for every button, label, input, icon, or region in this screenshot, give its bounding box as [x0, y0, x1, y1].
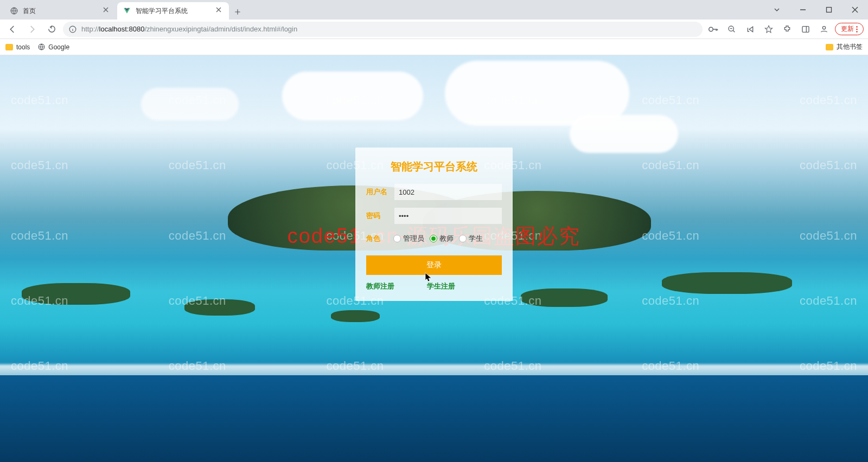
watermark-text: code51.cn [169, 158, 226, 172]
register-links: 教师注册 学生注册 [366, 281, 502, 291]
watermark-text: code51.cn [169, 229, 226, 243]
side-panel-icon[interactable] [798, 22, 813, 37]
watermark-text: code51.cn [11, 294, 68, 308]
watermark-text: code51.cn [642, 158, 699, 172]
password-key-icon[interactable] [706, 22, 721, 37]
bookmark-star-icon[interactable] [761, 22, 776, 37]
omnibox[interactable]: http://localhost:8080/zhinengxuexipingta… [63, 22, 703, 37]
tab-app[interactable]: 智能学习平台系统 [117, 2, 229, 20]
maximize-button[interactable] [816, 0, 842, 20]
watermark-text: code51.cn [169, 294, 226, 308]
bookmark-label: 其他书签 [837, 42, 863, 52]
bookmark-google[interactable]: Google [37, 43, 69, 51]
radio-icon [459, 235, 467, 242]
zoom-icon[interactable] [724, 22, 739, 37]
watermark-text: code51.cn [642, 294, 699, 308]
role-text: 学生 [469, 234, 483, 243]
password-label: 密码 [366, 211, 394, 221]
info-icon[interactable] [68, 25, 77, 34]
svg-rect-1 [827, 8, 832, 12]
watermark-text: code51.cn [800, 93, 857, 107]
watermark-text: code51.cn [484, 359, 541, 373]
role-option-admin[interactable]: 管理员 [393, 234, 424, 243]
bookmark-label: Google [48, 43, 69, 51]
username-input[interactable] [394, 184, 502, 200]
svg-point-7 [856, 26, 858, 28]
extensions-icon[interactable] [780, 22, 795, 37]
role-option-student[interactable]: 学生 [459, 234, 483, 243]
password-row: 密码 [366, 208, 502, 224]
watermark-text: code51.cn [11, 359, 68, 373]
login-button[interactable]: 登录 [366, 255, 502, 275]
bookmark-tools[interactable]: tools [5, 43, 30, 51]
svg-point-8 [856, 28, 858, 30]
watermark-text: code51.cn [484, 93, 541, 107]
role-label: 角色 [366, 234, 388, 243]
folder-icon [826, 44, 833, 50]
watermark-text: code51.cn [11, 158, 68, 172]
username-row: 用户名 [366, 184, 502, 200]
svg-point-6 [822, 26, 825, 29]
back-button[interactable] [4, 21, 21, 37]
folder-icon [5, 44, 13, 50]
login-title: 智能学习平台系统 [366, 159, 502, 174]
watermark-text: code51.cn [169, 93, 226, 107]
forward-button[interactable] [24, 21, 40, 37]
watermark-row: code51.cncode51.cncode51.cncode51.cncode… [0, 359, 868, 373]
watermark-text: code51.cn [11, 93, 68, 107]
globe-icon [37, 43, 45, 51]
tab-title: 智能学习平台系统 [136, 7, 212, 16]
minimize-button[interactable] [790, 0, 816, 20]
role-text: 教师 [439, 234, 454, 243]
update-button[interactable]: 更新 [835, 23, 864, 35]
watermark-text: code51.cn [327, 93, 384, 107]
tab-home[interactable]: 首页 [4, 2, 116, 20]
svg-point-9 [856, 31, 858, 33]
share-icon[interactable] [743, 22, 758, 37]
tab-title: 首页 [23, 7, 99, 16]
svg-point-3 [709, 27, 713, 31]
close-icon[interactable] [103, 7, 111, 15]
new-tab-button[interactable] [230, 4, 245, 20]
role-row: 角色 管理员 教师 学生 [366, 234, 502, 243]
address-bar: http://localhost:8080/zhinengxuexipingta… [0, 20, 868, 39]
close-icon[interactable] [216, 7, 224, 15]
role-option-teacher[interactable]: 教师 [430, 234, 454, 243]
update-label: 更新 [841, 24, 854, 34]
tab-strip: 首页 智能学习平台系统 [0, 0, 868, 20]
window-controls [764, 0, 868, 20]
watermark-text: code51.cn [800, 294, 857, 308]
url-text: http://localhost:8080/zhinengxuexipingta… [81, 25, 297, 33]
register-teacher-link[interactable]: 教师注册 [366, 281, 394, 291]
watermark-text: code51.cn [642, 93, 699, 107]
register-student-link[interactable]: 学生注册 [427, 281, 455, 291]
username-label: 用户名 [366, 187, 394, 197]
watermark-text: code51.cn [11, 229, 68, 243]
watermark-text: code51.cn [642, 229, 699, 243]
bookmark-label: tools [16, 43, 30, 51]
watermark-text: code51.cn [169, 359, 226, 373]
reload-button[interactable] [43, 21, 60, 37]
watermark-text: code51.cn [642, 359, 699, 373]
radio-icon [430, 235, 437, 242]
login-card: 智能学习平台系统 用户名 密码 角色 管理员 教师 学生 登录 [355, 147, 513, 301]
watermark-text: code51.cn [800, 229, 857, 243]
role-text: 管理员 [403, 234, 424, 243]
bookmarks-bar: tools Google 其他书签 [0, 39, 868, 55]
profile-icon[interactable] [816, 22, 832, 37]
vue-icon [123, 7, 131, 15]
radio-icon [393, 235, 401, 242]
page-viewport: code51.cncode51.cncode51.cncode51.cncode… [0, 55, 868, 462]
watermark-text: code51.cn [800, 158, 857, 172]
watermark-text: code51.cn [800, 359, 857, 373]
watermark-text: code51.cn [327, 359, 384, 373]
watermark-row: code51.cncode51.cncode51.cncode51.cncode… [0, 93, 868, 107]
globe-icon [10, 7, 18, 15]
bookmark-other[interactable]: 其他书签 [826, 42, 863, 52]
svg-rect-5 [802, 26, 809, 32]
password-input[interactable] [394, 208, 502, 224]
close-button[interactable] [842, 0, 868, 20]
chevron-down-icon[interactable] [764, 0, 790, 20]
